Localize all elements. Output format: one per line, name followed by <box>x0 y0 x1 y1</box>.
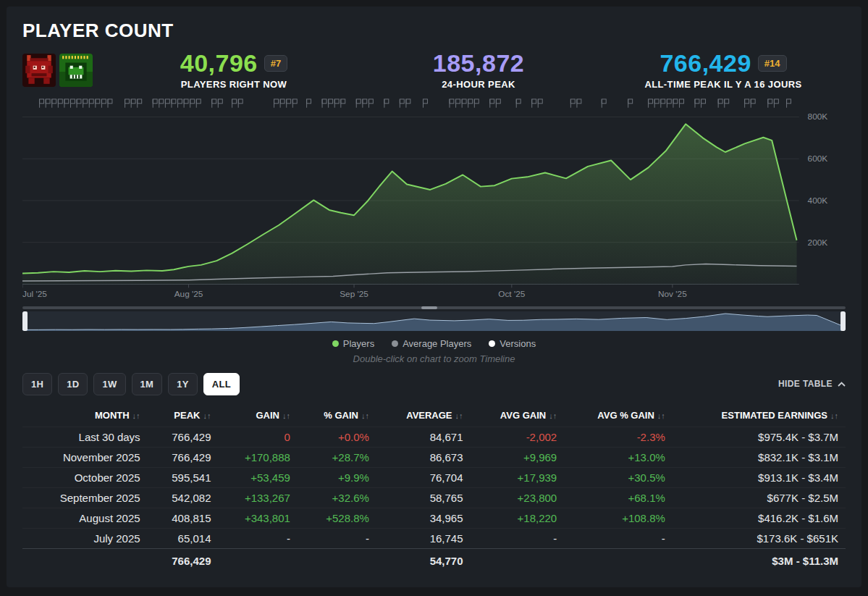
svg-text:Aug '25: Aug '25 <box>174 289 203 299</box>
stat-value: 185,872 <box>433 51 524 77</box>
legend-dot-icon <box>392 340 398 347</box>
svg-text:Sep '25: Sep '25 <box>340 289 368 299</box>
table-total-row: 766,42954,770$3M - $11.3M <box>22 548 846 573</box>
navigator-left-handle[interactable] <box>22 311 28 331</box>
svg-text:Oct '25: Oct '25 <box>498 289 526 299</box>
players-chart-svg[interactable]: 200K400K600K800KJul '25Aug '25Sep '25Oct… <box>22 96 846 302</box>
table-cell: +133,267 <box>218 487 297 508</box>
table-cell: October 2025 <box>22 467 148 487</box>
table-row: Last 30 days766,4290+0.0%84,671-2,002-2.… <box>22 427 846 447</box>
legend-label: Average Players <box>403 338 471 349</box>
timeline-navigator[interactable] <box>22 311 846 331</box>
table-cell: +53,459 <box>218 467 297 487</box>
hide-table-label: HIDE TABLE <box>778 379 833 389</box>
column-header-month[interactable]: MONTH↓↑ <box>22 404 148 427</box>
legend-label: Players <box>343 338 374 349</box>
column-header-avg-gain[interactable]: AVG GAIN↓↑ <box>471 404 565 427</box>
table-row: August 2025408,815+343,801+528.8%34,965+… <box>22 508 846 528</box>
table-cell: +108.8% <box>564 508 673 528</box>
table-cell: 766,429 <box>148 447 219 467</box>
table-row: October 2025595,541+53,459+9.9%76,704+17… <box>22 467 846 487</box>
table-total-cell <box>471 548 565 573</box>
player-count-table: MONTH↓↑PEAK↓↑GAIN↓↑% GAIN↓↑AVERAGE↓↑AVG … <box>22 404 846 573</box>
player-chart[interactable]: 200K400K600K800KJul '25Aug '25Sep '25Oct… <box>22 96 846 302</box>
legend-label: Versions <box>500 338 536 349</box>
table-cell: September 2025 <box>22 487 148 508</box>
table-cell: 0 <box>218 427 297 447</box>
table-cell: November 2025 <box>22 447 148 467</box>
column-label: ESTIMATED EARNINGS <box>722 410 827 421</box>
sort-icon: ↓↑ <box>203 411 211 420</box>
game-capsules <box>22 54 93 87</box>
column-header-estimated-earnings[interactable]: ESTIMATED EARNINGS↓↑ <box>673 404 846 427</box>
table-cell: 84,671 <box>376 427 471 447</box>
legend-item-average-players[interactable]: Average Players <box>392 338 471 349</box>
svg-text:Jul '25: Jul '25 <box>22 289 47 299</box>
legend-dot-icon <box>489 340 495 347</box>
table-cell: +32.6% <box>298 487 376 508</box>
column-label: % GAIN <box>324 410 358 421</box>
table-total-cell: $3M - $11.3M <box>673 548 846 573</box>
timeline-scrollbar-thumb[interactable] <box>421 306 437 309</box>
column-header-average[interactable]: AVERAGE↓↑ <box>376 404 471 427</box>
zoom-hint: Double-click on chart to zoom Timeline <box>22 353 846 364</box>
table-cell: August 2025 <box>22 508 148 528</box>
table-cell: +30.5% <box>564 467 673 487</box>
legend-item-players[interactable]: Players <box>332 338 374 349</box>
page-title: PLAYER COUNT <box>22 20 846 42</box>
table-cell: 34,965 <box>376 508 471 528</box>
range-button-1w[interactable]: 1W <box>93 373 125 395</box>
table-cell: -2.3% <box>564 427 673 447</box>
range-button-1y[interactable]: 1Y <box>168 373 198 395</box>
stat-value: 766,429 <box>660 51 751 77</box>
table-cell: 408,815 <box>148 508 219 528</box>
timeline-scrollbar[interactable] <box>22 306 846 309</box>
range-button-1m[interactable]: 1M <box>132 373 163 395</box>
column-header-gain[interactable]: % GAIN↓↑ <box>298 404 376 427</box>
table-cell: +17,939 <box>471 467 565 487</box>
controls-row: 1H1D1W1M1YALL HIDE TABLE <box>22 373 846 395</box>
chevron-up-icon <box>838 382 846 387</box>
legend-item-versions[interactable]: Versions <box>489 338 536 349</box>
range-button-1d[interactable]: 1D <box>58 373 88 395</box>
svg-text:200K: 200K <box>808 237 828 247</box>
table-cell: July 2025 <box>22 528 148 548</box>
table-cell: 65,014 <box>148 528 219 548</box>
column-header-gain[interactable]: GAIN↓↑ <box>218 404 297 427</box>
table-cell: +343,801 <box>218 508 297 528</box>
table-cell: $173.6K - $651K <box>673 528 846 548</box>
game-capsule-green-icon[interactable] <box>59 54 93 87</box>
stat-label: ALL-TIME PEAK IL Y A 16 JOURS <box>601 79 846 90</box>
sort-icon: ↓↑ <box>282 411 290 420</box>
hide-table-button[interactable]: HIDE TABLE <box>778 379 846 389</box>
column-header-avg-gain[interactable]: AVG % GAIN↓↑ <box>564 404 673 427</box>
table-row: September 2025542,082+133,267+32.6%58,76… <box>22 487 846 508</box>
column-label: AVG % GAIN <box>597 410 654 421</box>
svg-text:600K: 600K <box>808 154 828 164</box>
navigator-svg[interactable] <box>22 311 846 331</box>
table-cell: $832.1K - $3.1M <box>673 447 846 467</box>
table-cell: - <box>471 528 565 548</box>
stats-row: 40,796#7PLAYERS RIGHT NOW185,87224-HOUR … <box>111 51 846 90</box>
range-button-1h[interactable]: 1H <box>22 373 52 395</box>
table-row: July 202565,014--16,745--$173.6K - $651K <box>22 528 846 548</box>
column-label: MONTH <box>95 410 130 421</box>
range-button-all[interactable]: ALL <box>203 373 240 395</box>
game-capsule-red-icon[interactable] <box>22 54 56 87</box>
table-cell: 58,765 <box>376 487 471 508</box>
table-cell: $975.4K - $3.7M <box>673 427 846 447</box>
table-header-row: MONTH↓↑PEAK↓↑GAIN↓↑% GAIN↓↑AVERAGE↓↑AVG … <box>22 404 846 427</box>
navigator-right-handle[interactable] <box>840 311 846 331</box>
table-cell: - <box>564 528 673 548</box>
stat-all-time-peak-il-y-a-16-jours: 766,429#14ALL-TIME PEAK IL Y A 16 JOURS <box>601 51 846 90</box>
sort-icon: ↓↑ <box>455 411 463 420</box>
table-cell: +9.9% <box>298 467 376 487</box>
column-header-peak[interactable]: PEAK↓↑ <box>148 404 219 427</box>
table-cell: - <box>218 528 297 548</box>
table-cell: +68.1% <box>564 487 673 508</box>
table-body: Last 30 days766,4290+0.0%84,671-2,002-2.… <box>22 427 846 548</box>
table-cell: $677K - $2.5M <box>673 487 846 508</box>
table-cell: 766,429 <box>148 427 219 447</box>
legend-dot-icon <box>332 340 339 347</box>
table-head: MONTH↓↑PEAK↓↑GAIN↓↑% GAIN↓↑AVERAGE↓↑AVG … <box>22 404 846 427</box>
